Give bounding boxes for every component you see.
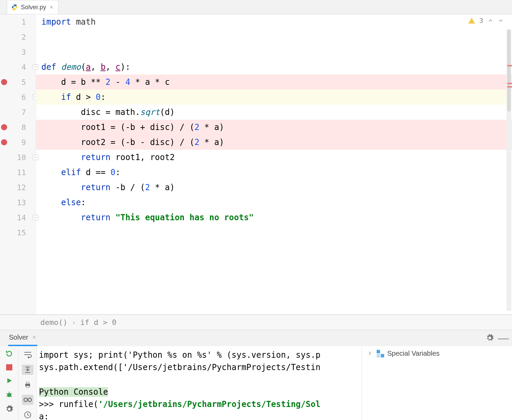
svg-line-7: [11, 396, 12, 397]
resume-icon[interactable]: [3, 377, 15, 384]
history-icon[interactable]: [22, 410, 33, 420]
run-toolbar-left-2: [18, 346, 37, 420]
line-number: 1: [8, 18, 27, 26]
console-output[interactable]: import sys; print('Python %s on %s' % (s…: [37, 346, 362, 420]
line-number: 6: [8, 93, 27, 102]
scroll-to-end-icon[interactable]: [22, 365, 33, 375]
breakpoint-icon[interactable]: [1, 139, 7, 145]
variables-panel[interactable]: Special Variables: [362, 346, 512, 420]
chevron-right-icon: ›: [71, 318, 76, 327]
show-variables-icon[interactable]: [22, 395, 33, 405]
error-stripe[interactable]: [507, 83, 512, 84]
python-file-icon: [11, 4, 18, 11]
code-area[interactable]: 3 import math def demo(a, b, c): d = b *…: [36, 14, 512, 314]
inspection-widget[interactable]: 3: [468, 16, 504, 25]
line-number: 13: [8, 198, 27, 207]
line-number: 4: [8, 63, 27, 71]
run-tab-solver[interactable]: Solver ×: [8, 330, 37, 346]
svg-line-4: [6, 393, 8, 394]
chevron-right-icon: [367, 350, 373, 356]
line-number: 14: [8, 213, 27, 222]
line-number: 9: [8, 138, 27, 147]
rerun-icon[interactable]: [3, 350, 15, 358]
crumb-demo[interactable]: demo(): [40, 318, 67, 327]
soft-wrap-icon[interactable]: [22, 350, 33, 360]
hide-panel-icon[interactable]: —: [499, 333, 508, 342]
console-line: Python Console: [39, 387, 108, 397]
svg-point-16: [28, 398, 31, 402]
variables-label: Special Variables: [387, 350, 440, 357]
error-stripe[interactable]: [507, 65, 512, 66]
code-editor[interactable]: 1 2 3 4− 5 6− 7 8 9 10− 11 12 13 14− 15 …: [0, 14, 512, 315]
svg-marker-1: [7, 378, 12, 383]
gear-icon[interactable]: [485, 333, 494, 342]
svg-point-15: [24, 398, 27, 402]
breadcrumb[interactable]: demo() › if d > 0: [0, 315, 512, 330]
svg-rect-14: [26, 386, 29, 388]
variables-group-icon: [376, 350, 384, 357]
error-stripe[interactable]: [507, 86, 512, 88]
editor-tab-bar: Solver.py ×: [0, 0, 512, 14]
run-tool-tabbar: Solver × —: [0, 330, 512, 346]
run-tab-label: Solver: [9, 333, 28, 341]
code-token: math: [71, 17, 96, 27]
code-token: demo: [61, 62, 81, 72]
run-toolbar-left: +: [0, 346, 18, 420]
editor-gutter[interactable]: 1 2 3 4− 5 6− 7 8 9 10− 11 12 13 14− 15: [0, 14, 36, 314]
warning-count: 3: [479, 16, 483, 25]
line-number: 8: [8, 123, 27, 132]
svg-rect-13: [26, 382, 29, 384]
breakpoint-icon[interactable]: [1, 79, 7, 85]
crumb-if[interactable]: if d > 0: [80, 318, 117, 327]
scrollbar-thumb[interactable]: [507, 29, 511, 111]
line-number: 10: [8, 153, 27, 162]
file-tab-solver[interactable]: Solver.py ×: [7, 0, 58, 14]
run-console: + import sys; print('Python %s on %s' % …: [0, 346, 512, 420]
settings-icon[interactable]: [3, 405, 15, 413]
print-icon[interactable]: [22, 380, 33, 390]
next-highlight-icon[interactable]: [498, 17, 504, 24]
console-line: a:: [39, 410, 360, 420]
svg-rect-0: [6, 364, 12, 370]
warning-icon: [468, 18, 475, 24]
console-line: sys.path.extend(['/Users/jetbrains/Pycha…: [39, 361, 360, 373]
variables-special[interactable]: Special Variables: [367, 350, 507, 357]
line-number: 2: [8, 33, 27, 41]
line-number: 11: [8, 168, 27, 177]
line-number: 5: [8, 78, 27, 87]
line-number: 15: [8, 228, 27, 237]
line-number: 7: [8, 108, 27, 117]
svg-line-6: [6, 396, 8, 397]
console-line: import sys; print('Python %s on %s' % (s…: [39, 349, 360, 361]
debug-icon[interactable]: [3, 391, 15, 399]
file-tab-label: Solver.py: [21, 4, 46, 11]
line-number: 12: [8, 183, 27, 192]
close-tab-icon[interactable]: ×: [49, 4, 54, 11]
breakpoint-icon[interactable]: [1, 124, 7, 130]
scrollbar[interactable]: [507, 29, 511, 311]
stop-icon[interactable]: [3, 364, 15, 371]
close-run-tab-icon[interactable]: ×: [32, 334, 37, 341]
code-token: def: [41, 62, 56, 72]
code-token: import: [41, 17, 71, 27]
svg-point-2: [7, 393, 11, 397]
line-number: 3: [8, 48, 27, 56]
prev-highlight-icon[interactable]: [487, 17, 494, 24]
svg-line-5: [11, 393, 12, 394]
